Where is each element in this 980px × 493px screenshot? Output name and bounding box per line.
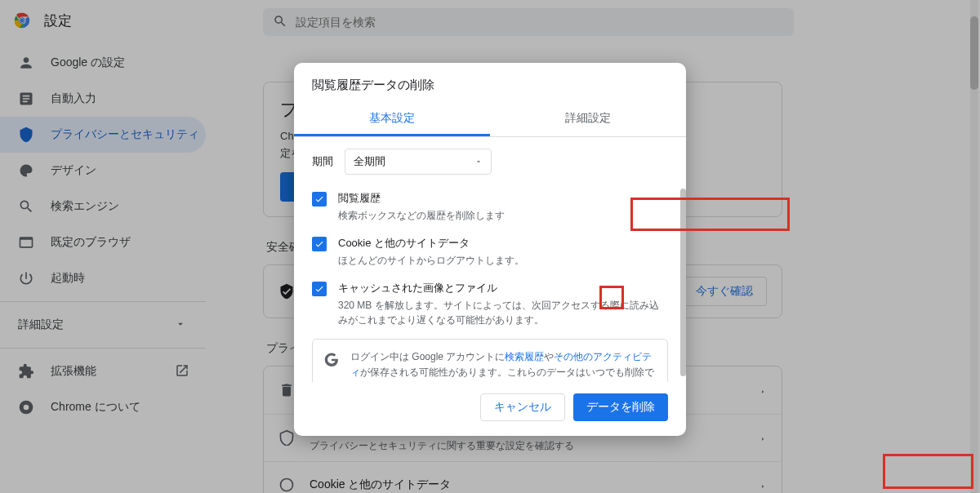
tab-advanced[interactable]: 詳細設定 — [490, 101, 686, 136]
delete-data-button[interactable]: データを削除 — [573, 393, 668, 421]
opt-history-sub: 検索ボックスなどの履歴を削除します — [338, 208, 505, 223]
google-icon — [324, 353, 339, 367]
period-select[interactable]: 全期間 — [345, 149, 492, 175]
google-info-text: ログイン中は Google アカウントに検索履歴やその他のアクティビティが保存さ… — [350, 349, 656, 382]
checkbox-cookies[interactable] — [312, 237, 327, 251]
tab-basic[interactable]: 基本設定 — [294, 101, 490, 136]
dropdown-icon — [474, 156, 483, 168]
opt-cache-sub: 320 MB を解放します。サイトによっては、次回アクセスする際に読み込みがこれ… — [338, 298, 668, 327]
opt-cookies-sub: ほとんどのサイトからログアウトします。 — [338, 253, 524, 268]
dialog-scrollbar[interactable] — [680, 189, 686, 433]
dialog-tabs: 基本設定 詳細設定 — [294, 101, 686, 137]
checkbox-history[interactable] — [312, 192, 327, 207]
opt-cache-title: キャッシュされた画像とファイル — [338, 281, 668, 295]
link-search-history[interactable]: 検索履歴 — [505, 351, 544, 362]
clear-browsing-data-dialog: 閲覧履歴データの削除 基本設定 詳細設定 期間 全期間 閲覧履歴検索ボックスなど… — [294, 63, 686, 436]
period-label: 期間 — [312, 154, 333, 169]
checkbox-cache[interactable] — [312, 282, 327, 296]
cancel-button[interactable]: キャンセル — [480, 393, 565, 421]
dialog-title: 閲覧履歴データの削除 — [294, 63, 686, 101]
google-info-box: ログイン中は Google アカウントに検索履歴やその他のアクティビティが保存さ… — [312, 339, 668, 382]
opt-history-title: 閲覧履歴 — [338, 191, 505, 206]
opt-cookies-title: Cookie と他のサイトデータ — [338, 236, 524, 251]
period-value: 全期間 — [354, 154, 385, 169]
